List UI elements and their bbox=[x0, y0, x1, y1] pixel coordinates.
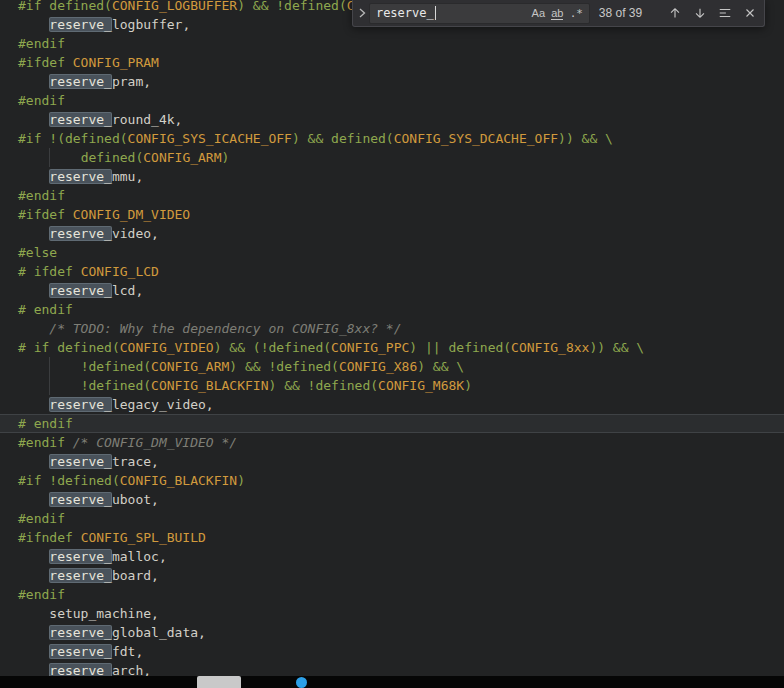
code-token: malloc, bbox=[112, 549, 167, 564]
code-line[interactable]: /* TODO: Why the dependency on CONFIG_8x… bbox=[0, 319, 784, 338]
close-button[interactable] bbox=[739, 3, 760, 24]
code-line[interactable]: #endif bbox=[0, 34, 784, 53]
code-token: ) && !defined( bbox=[237, 0, 347, 13]
search-match: reserve_ bbox=[49, 492, 112, 507]
code-token: trace, bbox=[112, 454, 159, 469]
code-token: # endif bbox=[18, 302, 73, 317]
code-token: ) && !defined( bbox=[268, 378, 378, 393]
code-line[interactable]: reserve_round_4k, bbox=[0, 110, 784, 129]
code-line[interactable]: reserve_board, bbox=[0, 566, 784, 585]
code-token: setup_machine, bbox=[18, 606, 159, 621]
code-line[interactable]: reserve_fdt, bbox=[0, 642, 784, 661]
code-token: arch, bbox=[112, 663, 151, 676]
code-token: CONFIG_SYS_DCACHE_OFF bbox=[394, 131, 558, 146]
find-in-selection-icon bbox=[718, 6, 732, 20]
code-token: CONFIG_VIDEO bbox=[120, 340, 214, 355]
indent-guide bbox=[49, 357, 50, 376]
search-match: reserve_ bbox=[49, 226, 112, 241]
code-line[interactable]: reserve_legacy_video, bbox=[0, 395, 784, 414]
code-line[interactable]: !defined(CONFIG_ARM) && !defined(CONFIG_… bbox=[0, 357, 784, 376]
code-token: #if !(defined( bbox=[18, 131, 128, 146]
code-line[interactable]: #endif bbox=[0, 91, 784, 110]
code-line[interactable]: #ifndef CONFIG_SPL_BUILD bbox=[0, 528, 784, 547]
taskbar bbox=[0, 676, 784, 688]
code-token: legacy_video, bbox=[112, 397, 214, 412]
code-token: CONFIG_DM_VIDEO bbox=[73, 207, 190, 222]
taskbar-button[interactable] bbox=[197, 676, 241, 688]
code-token bbox=[18, 74, 49, 89]
code-token bbox=[18, 568, 49, 583]
code-line[interactable]: reserve_video, bbox=[0, 224, 784, 243]
code-token bbox=[18, 549, 49, 564]
code-editor[interactable]: #if defined(CONFIG_LOGBUFFER) && !define… bbox=[0, 0, 784, 676]
code-token: CONFIG_BLACKFIN bbox=[151, 378, 268, 393]
code-token: global_data, bbox=[112, 625, 206, 640]
code-token: CONFIG_8xx bbox=[511, 340, 589, 355]
text-cursor bbox=[435, 6, 437, 20]
regex-button[interactable]: .* bbox=[567, 5, 586, 22]
code-line[interactable]: #endif bbox=[0, 186, 784, 205]
code-token: ) || defined( bbox=[409, 340, 511, 355]
code-line[interactable]: reserve_malloc, bbox=[0, 547, 784, 566]
code-token: mmu, bbox=[112, 169, 143, 184]
search-match: reserve_ bbox=[49, 644, 112, 659]
toggle-replace-button[interactable] bbox=[355, 0, 369, 26]
close-icon bbox=[743, 6, 757, 20]
code-token: #if defined( bbox=[18, 0, 112, 13]
code-line[interactable]: #ifdef CONFIG_DM_VIDEO bbox=[0, 205, 784, 224]
code-line[interactable]: # ifdef CONFIG_LCD bbox=[0, 262, 784, 281]
code-line[interactable]: #endif /* CONFIG_DM_VIDEO */ bbox=[0, 433, 784, 452]
taskbar-app-dot-icon[interactable] bbox=[296, 677, 307, 688]
code-token: ) && !defined( bbox=[229, 359, 339, 374]
next-match-button[interactable] bbox=[689, 3, 710, 24]
search-match: reserve_ bbox=[49, 74, 112, 89]
code-token bbox=[18, 283, 49, 298]
code-token: /* TODO: Why the dependency on CONFIG_8x… bbox=[49, 321, 401, 336]
code-lines: #if defined(CONFIG_LOGBUFFER) && !define… bbox=[0, 0, 784, 676]
code-line[interactable]: reserve_trace, bbox=[0, 452, 784, 471]
code-token: uboot, bbox=[112, 492, 159, 507]
code-line[interactable]: #if !defined(CONFIG_BLACKFIN) bbox=[0, 471, 784, 490]
code-line[interactable]: !defined(CONFIG_BLACKFIN) && !defined(CO… bbox=[0, 376, 784, 395]
whole-word-button[interactable]: ab bbox=[548, 5, 567, 22]
code-line[interactable]: # endif bbox=[0, 414, 784, 433]
code-line[interactable]: reserve_mmu, bbox=[0, 167, 784, 186]
search-match: reserve_ bbox=[49, 454, 112, 469]
code-line[interactable]: reserve_arch, bbox=[0, 661, 784, 676]
code-token: ) bbox=[464, 378, 472, 393]
code-line[interactable]: #endif bbox=[0, 509, 784, 528]
find-in-selection-button[interactable] bbox=[714, 3, 735, 24]
code-token: #endif bbox=[18, 36, 65, 51]
code-token bbox=[18, 644, 49, 659]
code-token: # ifdef bbox=[18, 264, 81, 279]
code-token: #endif bbox=[18, 188, 65, 203]
code-line[interactable]: #ifdef CONFIG_PRAM bbox=[0, 53, 784, 72]
code-line[interactable]: #endif bbox=[0, 585, 784, 604]
find-input[interactable]: reserve_ Aa ab .* bbox=[369, 3, 590, 24]
search-match: reserve_ bbox=[49, 663, 112, 676]
code-line[interactable]: #if !(defined(CONFIG_SYS_ICACHE_OFF) && … bbox=[0, 129, 784, 148]
search-match: reserve_ bbox=[49, 112, 112, 127]
code-line[interactable]: #else bbox=[0, 243, 784, 262]
code-token: logbuffer, bbox=[112, 17, 190, 32]
code-line[interactable]: reserve_uboot, bbox=[0, 490, 784, 509]
code-token: CONFIG_SPL_BUILD bbox=[81, 530, 206, 545]
code-token bbox=[18, 663, 49, 676]
search-match: reserve_ bbox=[49, 169, 112, 184]
code-token: CONFIG_LOGBUFFER bbox=[112, 0, 237, 13]
code-line[interactable]: defined(CONFIG_ARM) bbox=[0, 148, 784, 167]
code-line[interactable]: reserve_pram, bbox=[0, 72, 784, 91]
code-line[interactable]: setup_machine, bbox=[0, 604, 784, 623]
code-line[interactable]: reserve_global_data, bbox=[0, 623, 784, 642]
code-line[interactable]: # endif bbox=[0, 300, 784, 319]
match-case-button[interactable]: Aa bbox=[529, 5, 548, 22]
find-query-text: reserve_ bbox=[376, 6, 434, 20]
indent-guide bbox=[49, 376, 50, 395]
code-line[interactable]: reserve_lcd, bbox=[0, 281, 784, 300]
code-line[interactable]: # if defined(CONFIG_VIDEO) && (!defined(… bbox=[0, 338, 784, 357]
previous-match-button[interactable] bbox=[664, 3, 685, 24]
code-token: video, bbox=[112, 226, 159, 241]
code-token: ) && (!defined( bbox=[214, 340, 331, 355]
indent-guide bbox=[49, 148, 50, 167]
code-token: #ifdef bbox=[18, 207, 73, 222]
